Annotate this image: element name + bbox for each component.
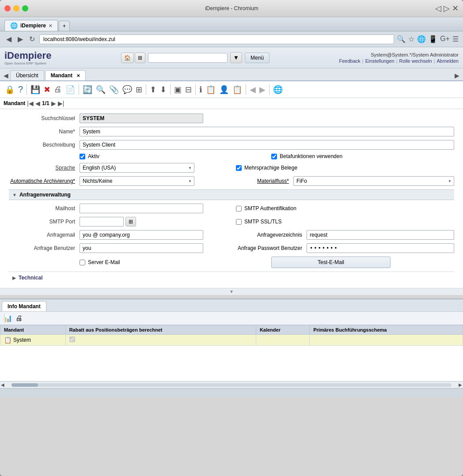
toolbar-attach-btn[interactable]: 📎 (108, 83, 120, 96)
browser-max-btn[interactable] (22, 5, 28, 11)
bottom-print-btn[interactable]: 🖨 (15, 313, 23, 323)
toolbar-find-btn[interactable]: 🔍 (95, 83, 107, 96)
breadcrumb-input[interactable] (148, 53, 228, 63)
betafunktionen-checkbox[interactable] (271, 154, 277, 159)
toolbar-user-btn[interactable]: 👤 (218, 83, 230, 96)
back-btn[interactable]: ◀ (4, 34, 13, 44)
section-toggle-icon: ▼ (12, 193, 17, 197)
toolbar-multi-btn[interactable]: ⊟ (184, 83, 193, 96)
test-email-btn[interactable]: Test-E-Mail (271, 257, 391, 268)
archivierung-label: Automatische Archivierung* (9, 178, 80, 184)
logout-link[interactable]: Abmelden (436, 58, 459, 64)
bottom-export-btn[interactable]: 📊 (3, 313, 13, 323)
tab-mandant-close[interactable]: ✕ (76, 73, 80, 78)
feedback-link[interactable]: Feedback (339, 58, 361, 64)
settings-link[interactable]: Einstellungen (365, 58, 395, 64)
anfragen-section-header[interactable]: ▼ Anfragenverwaltung (9, 189, 454, 200)
bookmark-icon[interactable]: ☆ (408, 35, 414, 43)
toolbar-grid-btn[interactable]: ⊞ (134, 83, 144, 96)
toolbar-up-btn[interactable]: ⬆ (148, 83, 158, 96)
smtp-ssl-checkbox[interactable] (236, 219, 242, 225)
record-prev-btn[interactable]: ◀ (35, 100, 40, 107)
toolbar-info-btn[interactable]: ℹ (198, 83, 204, 96)
search-icon[interactable]: 🔍 (397, 35, 406, 43)
mobile-icon[interactable]: 📱 (429, 35, 437, 43)
benutzer-input[interactable] (80, 243, 203, 253)
record-first-btn[interactable]: |◀ (27, 100, 34, 107)
scrollbar-thumb[interactable] (11, 383, 38, 387)
toolbar-sep-3 (146, 84, 146, 95)
aktiv-checkbox[interactable] (80, 154, 85, 159)
tab-close-btn[interactable]: ✕ (49, 23, 52, 28)
beschreibung-label: Beschreibung (9, 142, 80, 148)
browser-min-btn[interactable] (13, 5, 19, 11)
toolbar-sep-2 (79, 84, 79, 95)
technical-section[interactable]: ▶ Technical (9, 272, 454, 283)
new-tab-btn[interactable]: + (59, 21, 70, 31)
suchschluessel-input[interactable] (80, 113, 203, 123)
record-label: Mandant (4, 100, 25, 106)
smtp-port-btn[interactable]: ⊞ (125, 217, 136, 227)
tab-nav-left[interactable]: ◀ (2, 71, 10, 80)
menu-btn[interactable]: Menü (245, 53, 269, 63)
row-icon: 📋 (4, 336, 11, 344)
tab-mandant[interactable]: Mandant ✕ (45, 70, 86, 80)
forward-btn[interactable]: ▶ (16, 34, 25, 44)
toolbar-unlock-btn[interactable]: 🔒 (4, 83, 16, 96)
toolbar-down-btn[interactable]: ⬇ (159, 83, 168, 96)
toolbar-delete-btn[interactable]: ✖ (42, 83, 52, 96)
scroll-left-btn[interactable]: ◀ (1, 382, 4, 387)
browser-close-btn[interactable] (4, 5, 11, 11)
anfragemail-input[interactable] (80, 230, 203, 240)
menu-icon[interactable]: ☰ (452, 35, 459, 43)
bottom-tab-info[interactable]: Info Mandant (2, 301, 46, 311)
scroll-right-btn[interactable]: ▶ (459, 382, 462, 387)
record-next-btn[interactable]: ▶ (51, 100, 56, 107)
archivierung-select[interactable]: Nichts/Keine Täglich Wöchentlich (80, 176, 194, 186)
tab-mandant-label: Mandant (51, 72, 72, 79)
sprache-label[interactable]: Sprache (9, 165, 80, 171)
sprache-select[interactable]: English (USA) Deutsch Français (80, 163, 194, 173)
anfrageverzeichnis-input[interactable] (307, 230, 454, 240)
smtp-port-input[interactable] (80, 217, 124, 227)
toolbar-prev-btn[interactable]: ◀ (248, 83, 257, 96)
toolbar-chat-btn[interactable]: 💬 (121, 83, 133, 96)
grid-btn[interactable]: ⊞ (135, 53, 145, 63)
toolbar-translate-btn[interactable]: 🌐 (272, 83, 284, 96)
tab-nav-right[interactable]: ▶ (453, 71, 461, 80)
toolbar-print2-btn[interactable]: 📄 (64, 83, 76, 96)
tab-overview[interactable]: Übersicht (10, 70, 44, 80)
address-input[interactable] (39, 34, 394, 44)
toolbar-print-btn[interactable]: 🖨 (53, 83, 63, 95)
mehrsprachige-checkbox[interactable] (236, 165, 242, 171)
name-input[interactable] (80, 127, 454, 136)
switch-role-link[interactable]: Rolle wechseln (399, 58, 432, 64)
horizontal-scrollbar[interactable]: ◀ ▶ (0, 381, 463, 388)
col-buchfuehrung: Primäres Buchführungsschema (310, 325, 463, 335)
home-btn[interactable]: 🏠 (121, 53, 134, 63)
record-last-btn[interactable]: ▶| (58, 100, 65, 107)
materialfluss-select[interactable]: FiFo LiFo Durchschnitt (293, 176, 454, 186)
toolbar-copy-btn[interactable]: 📋 (231, 83, 243, 96)
toolbar-doc-btn[interactable]: 📋 (205, 83, 217, 96)
col-rabatt: Rabatt aus Positionsbeträgen berechnet (65, 325, 256, 335)
reload-btn[interactable]: ↻ (27, 34, 37, 44)
passwort-input[interactable] (307, 243, 454, 253)
toolbar-next-btn[interactable]: ▶ (258, 83, 267, 96)
table-row[interactable]: 📋 System (0, 335, 463, 346)
mailhost-input[interactable] (80, 204, 203, 213)
browser-tab[interactable]: 🌐 iDempiere ✕ (4, 20, 58, 31)
beschreibung-input[interactable] (80, 140, 454, 150)
account-icon[interactable]: G+ (440, 35, 450, 43)
toolbar-help-btn[interactable]: ? (17, 83, 24, 96)
toolbar-single-btn[interactable]: ▣ (173, 83, 183, 96)
materialfluss-label: Materialfluss* (236, 178, 293, 184)
col-kalender: Kalender (256, 325, 309, 335)
breadcrumb-dropdown[interactable]: ▼ (230, 52, 242, 63)
server-email-checkbox[interactable] (80, 260, 85, 265)
smtp-auth-checkbox[interactable] (236, 206, 242, 212)
status-bar (0, 388, 463, 397)
toolbar-save-btn[interactable]: 💾 (29, 83, 42, 96)
translate-icon[interactable]: 🌐 (417, 35, 426, 43)
toolbar-refresh-btn[interactable]: 🔄 (81, 83, 94, 96)
